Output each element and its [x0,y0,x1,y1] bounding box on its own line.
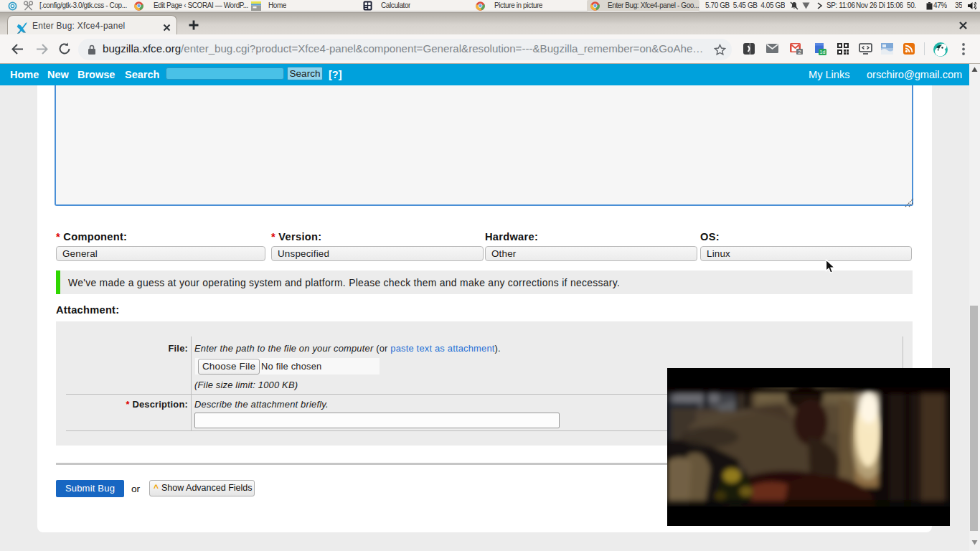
svg-text:2: 2 [798,49,801,55]
svg-text:1d: 1d [820,50,826,55]
